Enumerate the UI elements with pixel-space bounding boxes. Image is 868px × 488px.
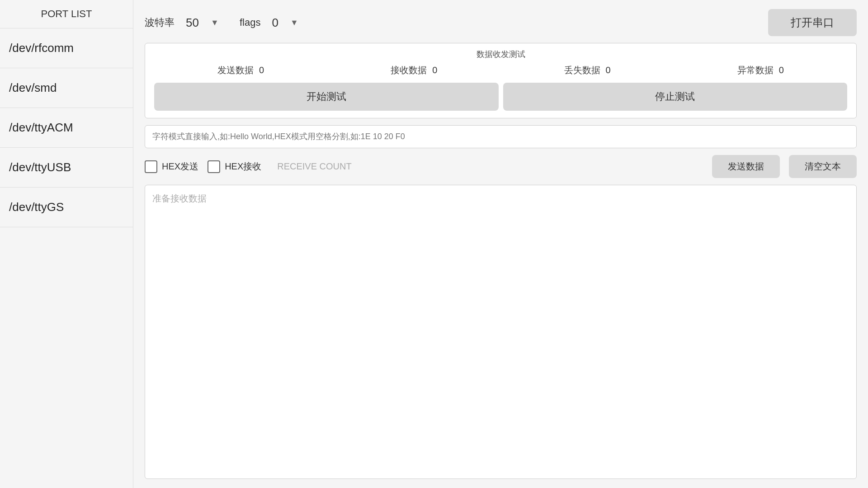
stat-recv: 接收数据 0 <box>391 64 437 76</box>
top-bar: 波特率 50 ▼ flags 0 ▼ 打开串口 <box>145 9 857 36</box>
main-content: 波特率 50 ▼ flags 0 ▼ 打开串口 数据收发测试 发送数据 0 接收… <box>133 0 868 488</box>
receive-area: 准备接收数据 <box>145 185 857 479</box>
sidebar-item-smd[interactable]: /dev/smd <box>0 68 133 108</box>
sidebar-title: PORT LIST <box>0 0 133 28</box>
start-test-button[interactable]: 开始测试 <box>154 83 499 111</box>
sidebar-item-rfcomm[interactable]: /dev/rfcomm <box>0 28 133 68</box>
sidebar: PORT LIST /dev/rfcomm /dev/smd /dev/ttyA… <box>0 0 133 488</box>
sidebar-item-ttyusb[interactable]: /dev/ttyUSB <box>0 148 133 188</box>
lost-label: 丢失数据 <box>564 64 600 76</box>
test-panel-title: 数据收发测试 <box>154 49 847 60</box>
hex-send-checkbox[interactable] <box>145 160 157 173</box>
error-value: 0 <box>779 65 784 75</box>
baud-value: 50 <box>186 16 199 30</box>
stat-error: 异常数据 0 <box>737 64 784 76</box>
hex-recv-checkbox[interactable] <box>208 160 220 173</box>
test-panel: 数据收发测试 发送数据 0 接收数据 0 丢失数据 0 异常数据 0 开始测试 … <box>145 43 857 118</box>
flags-value: 0 <box>272 16 278 30</box>
lost-value: 0 <box>606 65 611 75</box>
baud-dropdown-arrow[interactable]: ▼ <box>208 16 222 29</box>
recv-label: 接收数据 <box>391 64 427 76</box>
hex-recv-label: HEX接收 <box>225 160 261 173</box>
controls-row: HEX发送 HEX接收 RECEIVE COUNT 发送数据 清空文本 <box>145 155 857 178</box>
send-input[interactable] <box>152 132 849 141</box>
stop-test-button[interactable]: 停止测试 <box>503 83 848 111</box>
send-data-button[interactable]: 发送数据 <box>712 155 780 178</box>
baud-label: 波特率 <box>145 16 175 29</box>
test-buttons: 开始测试 停止测试 <box>154 83 847 111</box>
sent-value: 0 <box>259 65 264 75</box>
recv-value: 0 <box>432 65 437 75</box>
hex-recv-group: HEX接收 <box>208 160 261 173</box>
sidebar-item-ttyacm[interactable]: /dev/ttyACM <box>0 108 133 148</box>
hex-send-label: HEX发送 <box>162 160 198 173</box>
hex-send-group: HEX发送 <box>145 160 198 173</box>
receive-count-label: RECEIVE COUNT <box>277 161 351 172</box>
receive-placeholder: 准备接收数据 <box>152 193 207 203</box>
flags-label: flags <box>240 17 260 28</box>
clear-text-button[interactable]: 清空文本 <box>789 155 857 178</box>
error-label: 异常数据 <box>737 64 774 76</box>
open-port-button[interactable]: 打开串口 <box>768 9 857 36</box>
stat-lost: 丢失数据 0 <box>564 64 611 76</box>
flags-dropdown-arrow[interactable]: ▼ <box>288 16 301 29</box>
test-stats: 发送数据 0 接收数据 0 丢失数据 0 异常数据 0 <box>154 64 847 76</box>
sidebar-item-ttygs[interactable]: /dev/ttyGS <box>0 188 133 227</box>
input-area[interactable] <box>145 125 857 148</box>
stat-sent: 发送数据 0 <box>217 64 264 76</box>
sent-label: 发送数据 <box>217 64 254 76</box>
